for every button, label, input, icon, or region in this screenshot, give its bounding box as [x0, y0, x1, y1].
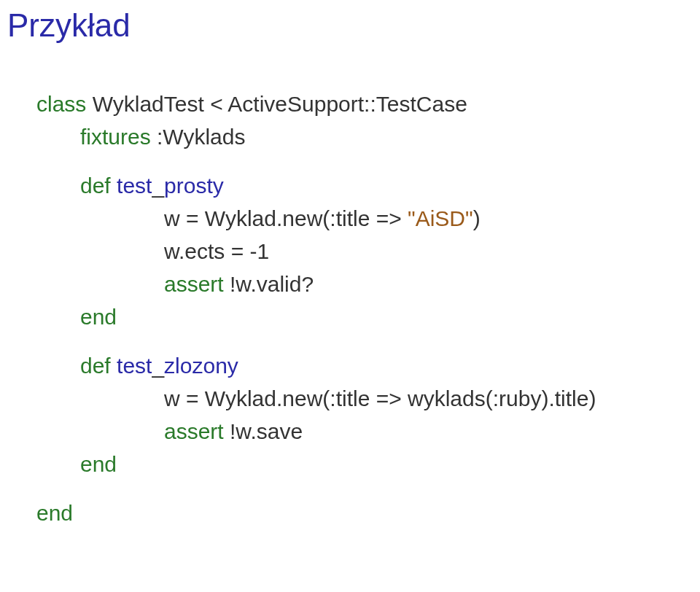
keyword-fixtures: fixtures: [80, 125, 151, 149]
method-name: prosty: [164, 174, 224, 198]
keyword-assert: assert: [164, 419, 224, 443]
code-line: def test_prosty: [36, 169, 693, 202]
keyword-end: end: [80, 452, 117, 476]
method-name: test: [111, 174, 152, 198]
code-text: w.ects = -1: [164, 239, 269, 263]
slide: Przykład class WykladTest < ActiveSuppor…: [0, 0, 700, 537]
code-line: end: [36, 300, 693, 333]
code-line: end: [36, 448, 693, 480]
keyword-def: def: [80, 354, 111, 378]
code-text: !w.save: [224, 419, 303, 443]
spacer: [36, 153, 693, 169]
code-text: w = Wyklad.new(:title => wyklads(:ruby).…: [164, 386, 596, 410]
code-text: WykladTest < ActiveSupport::TestCase: [86, 92, 467, 116]
keyword-def: def: [80, 174, 111, 198]
code-text: !w.valid?: [224, 272, 314, 296]
code-line: assert !w.save: [36, 415, 693, 448]
code-line: w = Wyklad.new(:title => wyklads(:ruby).…: [36, 382, 693, 415]
keyword-class: class: [36, 92, 86, 116]
code-line: class WykladTest < ActiveSupport::TestCa…: [36, 87, 693, 120]
code-block: class WykladTest < ActiveSupport::TestCa…: [7, 87, 693, 529]
keyword-end: end: [80, 305, 117, 329]
code-line: def test_zlozony: [36, 349, 693, 382]
underscore: _: [152, 174, 164, 198]
code-line: w.ects = -1: [36, 235, 693, 268]
code-text: w = Wyklad.new(:title =>: [164, 206, 408, 230]
code-line: fixtures :Wyklads: [36, 120, 693, 153]
code-line: w = Wyklad.new(:title => "AiSD"): [36, 202, 693, 235]
spacer: [36, 480, 693, 496]
method-name: test: [111, 354, 152, 378]
spacer: [36, 333, 693, 349]
code-text: ): [473, 206, 481, 230]
slide-title: Przykład: [7, 7, 693, 44]
keyword-assert: assert: [164, 272, 224, 296]
code-line: assert !w.valid?: [36, 268, 693, 300]
keyword-end: end: [36, 501, 73, 525]
string-literal: "AiSD": [408, 206, 473, 230]
code-line: end: [36, 496, 693, 529]
method-name: zlozony: [164, 354, 238, 378]
underscore: _: [152, 354, 164, 378]
code-text: :Wyklads: [151, 125, 246, 149]
